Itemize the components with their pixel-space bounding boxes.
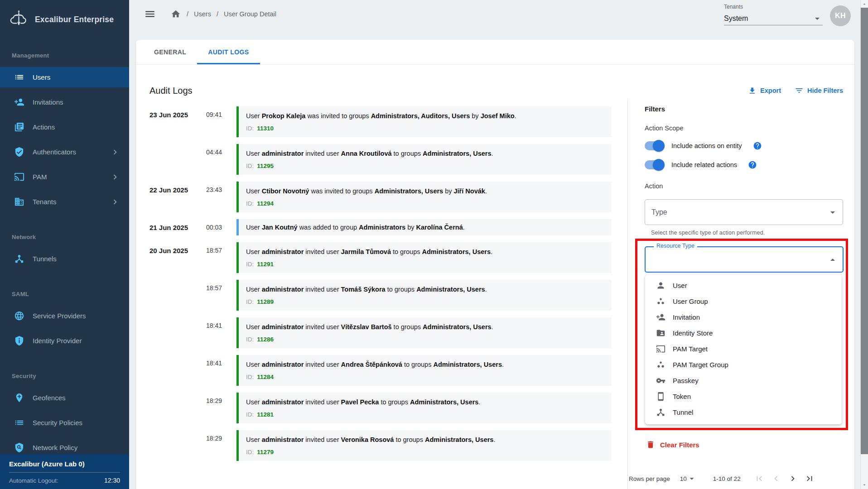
action-scope-label: Action Scope [645,125,854,132]
log-message-part: . [515,112,516,120]
pin-add-icon [14,393,24,403]
help-icon[interactable] [748,160,757,169]
download-icon [748,86,757,95]
log-message-part: User [246,398,262,406]
log-id: ID:11286 [246,336,603,343]
sidebar-item-security-policies[interactable]: Security Policies [0,412,129,433]
log-message-part: Pavel Pecka [341,398,379,406]
sidebar-item-label: Identity Provider [33,337,82,345]
sidebar-item-geofences[interactable]: Geofences [0,388,129,408]
breadcrumb-items: /Users/User Group Detail [187,10,282,18]
resource-option-pam-target-group[interactable]: PAM Target Group [645,357,842,373]
toggle-switch[interactable] [645,141,664,150]
clear-filters-button[interactable]: Clear Filters [646,440,699,449]
log-message-part: invited user [304,248,341,255]
resource-option-invitation[interactable]: Invitation [645,309,842,325]
sidebar-item-tunnels[interactable]: Tunnels [0,249,129,269]
log-row: 04:44User administrator invited user Ann… [149,144,612,175]
chevron-up-icon[interactable] [827,254,838,265]
log-row: 20 Jun 202518:57User administrator invit… [149,242,612,273]
log-message-part: invited user [304,150,341,157]
log-message-part: administrator [262,323,304,331]
scroll-down-arrow-icon[interactable] [861,481,868,489]
rows-per-page-select[interactable]: 10 [680,474,697,484]
scrollbar-track[interactable] [860,0,868,489]
log-message-part: User [246,286,262,293]
scrollbar-thumb[interactable] [861,8,868,454]
tab-audit-logs[interactable]: AUDIT LOGS [197,40,260,64]
log-id-label: ID: [246,336,254,343]
sidebar-item-tenants[interactable]: Tenants [0,192,129,212]
sidebar-item-actions[interactable]: Actions [0,117,129,137]
menu-icon[interactable] [144,8,156,20]
avatar[interactable]: KH [830,5,851,26]
hide-filters-button[interactable]: Hide Filters [795,86,843,95]
export-button[interactable]: Export [748,86,781,95]
help-icon[interactable] [753,141,762,150]
cast-icon [14,172,24,182]
log-message-part: Administrators, Users [425,436,494,443]
last-page-icon[interactable] [805,474,815,484]
log-message-part: Administrators, Users [375,187,444,195]
log-entry: User administrator invited user Jarmila … [236,242,612,273]
log-message: User administrator invited user Veronika… [246,436,603,443]
log-id-label: ID: [246,374,254,380]
resource-option-user-group[interactable]: User Group [645,293,842,309]
sidebar-item-pam[interactable]: PAM [0,167,129,187]
log-row: 18:41User administrator invited user Vít… [149,317,612,348]
list-icon [14,72,24,83]
home-icon[interactable] [171,9,181,19]
log-message-part: . [492,150,493,157]
breadcrumb-item-users[interactable]: Users [194,10,211,18]
log-message-part: Jiří Novák [454,187,485,195]
trash-icon [646,440,655,449]
log-message-part: invited user [304,286,341,293]
sidebar-nav: ManagementUsersInvitationsActionsAuthent… [0,52,129,458]
chevron-right-icon [110,172,120,182]
resource-option-label: PAM Target [673,345,708,353]
log-time: 23:43 [206,182,236,212]
sidebar-item-identity-provider[interactable]: Identity Provider [0,331,129,351]
log-id-label: ID: [246,200,254,207]
log-date [149,144,206,175]
resource-option-identity-store[interactable]: Identity Store [645,325,842,341]
sidebar-item-authenticators[interactable]: Authenticators [0,142,129,162]
action-type-helper: Select the specific type of action perfo… [651,230,854,236]
log-row: 18:41User administrator invited user And… [149,355,612,386]
log-message-part: Andrea Štěpánková [341,361,402,368]
rows-per-page-value: 10 [680,475,687,482]
resource-option-token[interactable]: Token [645,388,842,404]
log-id: ID:11284 [246,374,603,380]
log-id-value: 11281 [257,411,274,418]
resource-option-tunnel[interactable]: Tunnel [645,404,842,420]
cast-icon [656,344,665,354]
tab-general[interactable]: GENERAL [143,40,197,64]
tenant-select[interactable]: System [724,12,823,25]
toggle-knob [653,140,665,152]
action-type-select[interactable]: Type [645,199,843,225]
log-message: User administrator invited user Jarmila … [246,248,603,255]
rows-per-page-label: Rows per page [629,475,670,482]
sidebar-section-saml: SAML [12,291,129,297]
resource-option-label: Token [673,393,691,400]
sidebar-item-invitations[interactable]: Invitations [0,92,129,112]
log-row: 18:29User administrator invited user Ver… [149,430,612,461]
resource-option-user[interactable]: User [645,278,842,293]
sidebar-item-service-providers[interactable]: Service Providers [0,306,129,326]
log-time: 18:41 [206,355,236,386]
sidebar-item-users[interactable]: Users [0,67,129,87]
log-message-part: User [246,112,262,120]
log-message-part: Administrators, Users [416,286,485,293]
log-id-label: ID: [246,261,254,268]
log-date [149,355,206,386]
chevron-right-icon[interactable] [788,474,798,484]
resource-option-pam-target[interactable]: PAM Target [645,341,842,357]
resource-option-passkey[interactable]: Passkey [645,373,842,388]
log-message: User administrator invited user Tomáš Sý… [246,286,603,293]
scroll-up-arrow-icon[interactable] [861,0,868,8]
resource-type-input[interactable] [645,246,844,273]
page-title: Audit Logs [149,86,193,96]
toggle-switch[interactable] [645,160,664,169]
log-time: 18:41 [206,317,236,348]
log-id-value: 11289 [257,298,274,305]
